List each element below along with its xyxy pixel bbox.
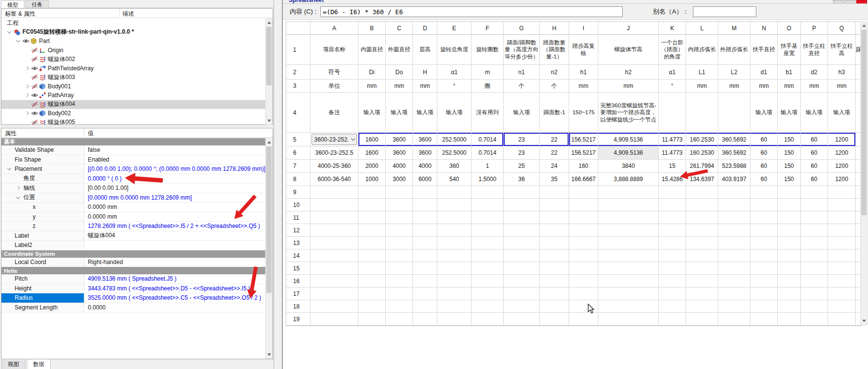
column-header-e[interactable]: E bbox=[437, 22, 472, 35]
cell-q15[interactable] bbox=[828, 262, 856, 275]
cell-a4[interactable]: 备注 bbox=[311, 93, 358, 133]
cell-o13[interactable] bbox=[778, 237, 801, 249]
spreadsheet-scrollbar[interactable] bbox=[860, 21, 868, 325]
cell-c10[interactable] bbox=[386, 199, 413, 211]
cell-f19[interactable] bbox=[472, 313, 504, 326]
cell-g6[interactable]: 23 bbox=[504, 146, 540, 160]
cell-c11[interactable] bbox=[386, 211, 413, 224]
cell-o15[interactable] bbox=[778, 262, 801, 275]
cell-o9[interactable] bbox=[778, 186, 801, 199]
cell-j9[interactable] bbox=[598, 186, 659, 199]
cell-d11[interactable] bbox=[413, 211, 437, 224]
tree-item-part[interactable]: Part bbox=[1, 37, 265, 46]
row-header-15[interactable]: 15 bbox=[286, 262, 311, 275]
column-header-d[interactable]: D bbox=[413, 22, 437, 35]
cell-b9[interactable] bbox=[358, 186, 386, 199]
cell-i12[interactable] bbox=[569, 224, 598, 237]
cell-j1[interactable]: 螺旋体节高 bbox=[598, 35, 659, 65]
cell-n15[interactable] bbox=[750, 262, 778, 275]
property-value[interactable]: 3525.0000 mm ( <<Spreadsheet>>.C5 - <<Sp… bbox=[84, 293, 265, 303]
cell-c18[interactable] bbox=[386, 300, 413, 313]
cell-q10[interactable] bbox=[828, 199, 856, 211]
cell-d3[interactable]: mm bbox=[413, 80, 437, 93]
cell-p13[interactable] bbox=[801, 237, 828, 249]
maximize-button[interactable] bbox=[845, 0, 855, 4]
property-row-height[interactable]: Height3443.4783 mm ( <<Spreadsheet>>.D5 … bbox=[1, 284, 265, 294]
cell-e14[interactable] bbox=[437, 249, 472, 262]
cell-q3[interactable]: mm bbox=[828, 80, 856, 93]
cell-o18[interactable] bbox=[778, 300, 801, 313]
cell-l9[interactable] bbox=[686, 186, 718, 199]
cell-e9[interactable] bbox=[437, 186, 472, 199]
cell-n4[interactable]: 输入项 bbox=[750, 93, 778, 133]
property-row-label2[interactable]: Label2 bbox=[1, 241, 265, 250]
cell-g17[interactable] bbox=[504, 287, 540, 300]
cell-j17[interactable] bbox=[598, 287, 659, 300]
cell-q12[interactable] bbox=[828, 224, 856, 237]
cell-a19[interactable] bbox=[311, 313, 358, 326]
cell-c16[interactable] bbox=[386, 275, 413, 287]
property-value[interactable]: Right-handed bbox=[84, 258, 265, 267]
cell-n19[interactable] bbox=[750, 313, 778, 326]
cell-n12[interactable] bbox=[750, 224, 778, 237]
cell-a9[interactable] bbox=[311, 186, 358, 199]
property-row-fix-shape[interactable]: Fix ShapeEnabled bbox=[1, 155, 265, 165]
cell-h15[interactable] bbox=[540, 262, 569, 275]
cell-h3[interactable]: 个 bbox=[540, 80, 569, 93]
cell-l7[interactable]: 261.7994 bbox=[686, 160, 718, 173]
cell-n8[interactable]: 60 bbox=[750, 173, 778, 186]
cell-f5[interactable]: 0.7014 bbox=[472, 133, 504, 146]
cell-m19[interactable] bbox=[718, 313, 750, 326]
cell-alias-input[interactable] bbox=[693, 6, 756, 17]
cell-a7[interactable]: 4000-25-360 bbox=[311, 160, 358, 173]
cell-o4[interactable]: 输入项 bbox=[778, 93, 801, 133]
eye-on-icon[interactable] bbox=[31, 110, 39, 117]
cell-i16[interactable] bbox=[569, 275, 598, 287]
cell-c15[interactable] bbox=[386, 262, 413, 275]
cell-g2[interactable]: n1 bbox=[504, 65, 540, 80]
cell-k12[interactable] bbox=[659, 224, 686, 237]
cell-j15[interactable] bbox=[598, 262, 659, 275]
cell-f8[interactable]: 1.5000 bbox=[472, 173, 504, 186]
expander-icon[interactable] bbox=[7, 166, 12, 171]
cell-a14[interactable] bbox=[311, 249, 358, 262]
expander-icon[interactable] bbox=[23, 65, 31, 72]
cell-b4[interactable]: 输入项 bbox=[358, 93, 386, 133]
cell-m3[interactable]: mm bbox=[718, 80, 750, 93]
cell-n2[interactable]: d1 bbox=[750, 65, 778, 80]
cell-p18[interactable] bbox=[801, 300, 828, 313]
cell-j5[interactable]: 4,909.5136 bbox=[598, 133, 659, 146]
cell-n3[interactable]: mm bbox=[750, 80, 778, 93]
property-value[interactable]: Enabled bbox=[84, 155, 265, 164]
minimize-button[interactable] bbox=[833, 0, 844, 4]
cell-a18[interactable] bbox=[311, 300, 358, 313]
cell-e4[interactable]: 输入项 bbox=[437, 93, 472, 133]
cell-i3[interactable]: mm bbox=[569, 80, 598, 93]
property-row-y[interactable]: y0.0000 mm bbox=[1, 212, 265, 222]
tree-item-工程[interactable]: 工程 bbox=[1, 19, 265, 28]
row-header-19[interactable]: 19 bbox=[286, 313, 311, 326]
cell-m1[interactable]: 外踏步弧长 bbox=[718, 35, 750, 65]
cell-m14[interactable] bbox=[718, 249, 750, 262]
cell-o16[interactable] bbox=[778, 275, 801, 287]
cell-c6[interactable]: 3600 bbox=[386, 146, 413, 160]
cell-p11[interactable] bbox=[801, 211, 828, 224]
cell-f16[interactable] bbox=[472, 275, 504, 287]
cell-f9[interactable] bbox=[472, 186, 504, 199]
cell-h16[interactable] bbox=[540, 275, 569, 287]
cell-q5[interactable]: 1200 bbox=[828, 133, 856, 146]
cell-p2[interactable]: d2 bbox=[801, 65, 828, 80]
row-header-18[interactable]: 18 bbox=[286, 300, 311, 313]
tree-item-patharray[interactable]: PathArray bbox=[1, 91, 265, 100]
cell-a5[interactable]: 3600-23-252. bbox=[311, 133, 358, 146]
cell-g13[interactable] bbox=[504, 237, 540, 249]
cell-j19[interactable] bbox=[598, 313, 659, 326]
cell-g10[interactable] bbox=[504, 199, 540, 211]
cell-h14[interactable] bbox=[540, 249, 569, 262]
cell-e11[interactable] bbox=[437, 211, 472, 224]
scroll-thumb[interactable] bbox=[266, 146, 272, 293]
cell-k13[interactable] bbox=[659, 237, 686, 249]
cell-d7[interactable]: 4000 bbox=[413, 160, 437, 173]
cell-h12[interactable] bbox=[540, 224, 569, 237]
cell-n14[interactable] bbox=[750, 249, 778, 262]
